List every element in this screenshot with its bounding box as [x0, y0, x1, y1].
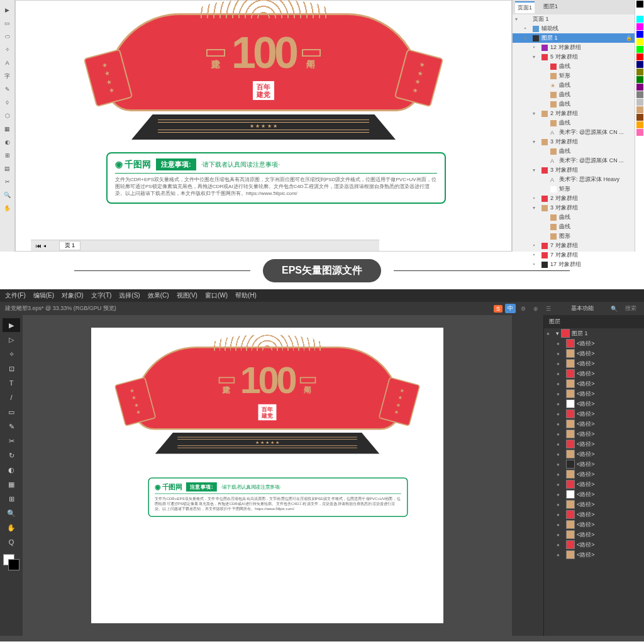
- ai-sublayer-row[interactable]: ●<路径>: [544, 530, 644, 540]
- menu-item[interactable]: 效果(C): [148, 291, 169, 300]
- visibility-icon[interactable]: ●: [557, 452, 564, 457]
- ai-tool[interactable]: ▷: [3, 333, 20, 347]
- layer-row[interactable]: ‣2 对象群组: [513, 194, 635, 203]
- ai-tool[interactable]: ✎: [3, 419, 20, 433]
- ai-sublayer-row[interactable]: ●<路径>: [544, 439, 644, 449]
- cdr-tool[interactable]: ◐: [1, 136, 14, 148]
- layer-row[interactable]: ▾5 对象群组: [513, 52, 635, 62]
- layer-row[interactable]: 曲线: [513, 99, 635, 109]
- ai-tool[interactable]: ↻: [3, 448, 20, 462]
- ai-tool[interactable]: ▶: [3, 318, 20, 332]
- layer-row-main[interactable]: ● ▾ 图层 1: [544, 328, 644, 338]
- color-swatch[interactable]: [636, 106, 643, 113]
- visibility-icon[interactable]: ●: [557, 492, 564, 497]
- expand-toggle-icon[interactable]: ▾: [533, 205, 539, 211]
- ai-sublayer-row[interactable]: ●<路径>: [544, 429, 644, 439]
- layer-row[interactable]: ‣辅助线: [513, 24, 635, 33]
- menu-item[interactable]: 窗口(W): [205, 291, 228, 300]
- cdr-tool[interactable]: ▭: [1, 17, 14, 30]
- ai-tool[interactable]: ✂: [3, 434, 20, 448]
- visibility-icon[interactable]: ●: [557, 351, 564, 357]
- cdr-tool[interactable]: ⬡: [1, 109, 14, 122]
- lock-icon[interactable]: 🔒: [626, 35, 632, 41]
- layer-row[interactable]: 曲线: [513, 90, 635, 99]
- ai-sublayer-row[interactable]: ●<路径>: [544, 358, 644, 369]
- layer-row[interactable]: 曲线: [513, 213, 635, 222]
- menu-item[interactable]: 编辑(E): [33, 291, 54, 300]
- cdr-tool[interactable]: ✂: [1, 175, 14, 188]
- stroke-color-icon[interactable]: [8, 559, 19, 570]
- color-swatch[interactable]: [636, 61, 643, 68]
- ai-sublayer-row[interactable]: ●<路径>: [544, 419, 644, 429]
- visibility-icon[interactable]: ●: [557, 441, 564, 447]
- ime-icon-3[interactable]: ☰: [543, 305, 553, 313]
- visibility-icon[interactable]: ●: [557, 462, 564, 467]
- color-swatch[interactable]: [636, 114, 643, 121]
- layer-row[interactable]: 曲线: [513, 62, 635, 71]
- ai-tool[interactable]: 🔍: [3, 506, 20, 520]
- ai-tool[interactable]: ⊞: [3, 492, 20, 506]
- visibility-icon[interactable]: ●: [557, 411, 564, 417]
- ai-sublayer-row[interactable]: ●<路径>: [544, 489, 644, 499]
- visibility-icon[interactable]: ●: [557, 512, 564, 518]
- layer-row[interactable]: ‣7 对象群组: [513, 241, 635, 250]
- layers-tab[interactable]: 图层: [549, 318, 560, 326]
- color-swatch[interactable]: [636, 84, 643, 91]
- color-swatch[interactable]: [636, 31, 643, 38]
- ai-tool[interactable]: ⊡: [3, 362, 20, 375]
- ai-sublayer-row[interactable]: ●<路径>: [544, 540, 644, 550]
- menu-item[interactable]: 对象(O): [62, 291, 83, 300]
- visibility-icon[interactable]: ●: [557, 371, 564, 377]
- visibility-icon[interactable]: ●: [557, 522, 564, 528]
- visibility-icon[interactable]: ●: [557, 421, 564, 427]
- visibility-icon[interactable]: ●: [557, 482, 564, 487]
- color-swatch[interactable]: [636, 69, 643, 75]
- menu-item[interactable]: 选择(S): [119, 291, 140, 300]
- cdr-tool[interactable]: ✧: [1, 43, 14, 56]
- ai-sublayer-row[interactable]: ●<路径>: [544, 509, 644, 519]
- ai-tool[interactable]: ◐: [3, 463, 20, 477]
- menu-item[interactable]: 文字(T): [91, 291, 112, 300]
- workspace-label[interactable]: 基本功能: [569, 304, 596, 313]
- layer-row[interactable]: 曲线: [513, 222, 635, 231]
- cdr-tool[interactable]: 字: [1, 70, 14, 82]
- ai-tool[interactable]: ✧: [3, 347, 20, 361]
- ime-icon-2[interactable]: ⊕: [531, 305, 541, 313]
- ai-sublayer-row[interactable]: ●<路径>: [544, 449, 644, 459]
- menu-item[interactable]: 视图(V): [177, 291, 197, 300]
- layer-row[interactable]: 矩形: [513, 71, 635, 80]
- layer-row[interactable]: ▾3 对象群组: [513, 165, 635, 175]
- visibility-icon[interactable]: ●: [557, 472, 564, 477]
- cdr-tool[interactable]: ◊: [1, 96, 14, 109]
- visibility-icon[interactable]: ●: [557, 431, 564, 437]
- visibility-icon[interactable]: ●: [557, 542, 564, 548]
- visibility-icon[interactable]: ●: [557, 532, 564, 538]
- ai-sublayer-row[interactable]: ●<路径>: [544, 459, 644, 469]
- ai-canvas[interactable]: 建党 100 周年 百年建党 千图网 注意事项: ·请下载者认真阅读注意事项·: [23, 315, 512, 636]
- expand-toggle-icon[interactable]: ‣: [533, 243, 539, 248]
- layer-row[interactable]: ★曲线: [513, 80, 635, 90]
- ai-sublayer-row[interactable]: ●<路径>: [544, 399, 644, 409]
- color-swatch[interactable]: [636, 99, 643, 106]
- expand-toggle-icon[interactable]: ▾: [533, 111, 539, 116]
- color-swatch[interactable]: [636, 53, 643, 60]
- cdr-tool[interactable]: ▤: [1, 162, 14, 175]
- layer-row[interactable]: A美术字: @思源黑体 CN ...: [513, 156, 635, 165]
- visibility-icon[interactable]: ●: [557, 341, 564, 347]
- layer-row[interactable]: ▾2 对象群组: [513, 109, 635, 118]
- visibility-icon[interactable]: ●: [557, 361, 564, 367]
- search-label[interactable]: 搜索: [623, 304, 639, 313]
- layer-row[interactable]: 矩形: [513, 184, 635, 194]
- ai-sublayer-row[interactable]: ●<路径>: [544, 369, 644, 379]
- visibility-icon[interactable]: ●: [557, 401, 564, 407]
- expand-toggle-icon[interactable]: ▾: [515, 16, 521, 22]
- color-swatch[interactable]: [636, 91, 643, 98]
- ai-tool[interactable]: ✋: [3, 521, 20, 535]
- ime-icon[interactable]: ⚙: [518, 305, 528, 313]
- ai-tool[interactable]: ▭: [3, 405, 20, 419]
- ai-sublayer-row[interactable]: ●<路径>: [544, 550, 644, 560]
- cdr-tool[interactable]: ▶: [1, 4, 14, 16]
- ai-sublayer-row[interactable]: ●<路径>: [544, 499, 644, 509]
- tab-page1[interactable]: 页面1: [515, 1, 535, 13]
- layer-row[interactable]: ‣7 对象群组: [513, 250, 635, 260]
